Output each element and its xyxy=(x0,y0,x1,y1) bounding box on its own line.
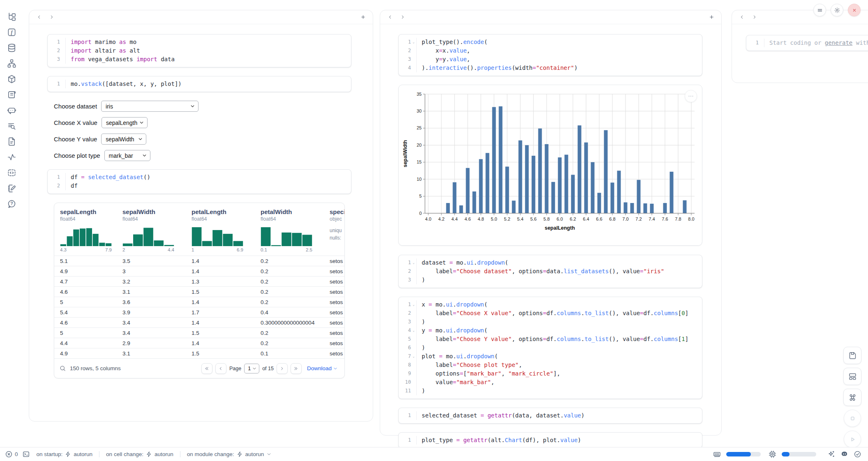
sidebar-item-datasource[interactable] xyxy=(7,43,17,53)
table-cell: 3.4 xyxy=(122,320,192,326)
generate-link[interactable]: generate xyxy=(825,39,852,46)
add-cell-button[interactable] xyxy=(706,12,716,22)
dropdown-label: Choose X value xyxy=(54,119,97,126)
bar-chart[interactable]: 4.04.24.44.64.85.05.25.45.65.86.06.26.46… xyxy=(401,90,702,236)
run-all-button[interactable] xyxy=(844,431,861,448)
table-cell: setos xyxy=(330,309,344,316)
bolt-icon xyxy=(237,451,243,457)
code-line: import marimo as mo xyxy=(65,38,346,46)
line-number: 1 xyxy=(48,173,60,182)
page-select[interactable]: 1 xyxy=(244,364,259,373)
line-number: 1 xyxy=(399,258,411,267)
dropdown-choose-x-value[interactable]: sepalLength xyxy=(102,117,148,128)
column-next-button[interactable] xyxy=(397,12,407,22)
prev-page-button[interactable] xyxy=(215,363,226,374)
last-page-button[interactable] xyxy=(291,363,302,374)
sidebar-item-dependency-graph[interactable] xyxy=(7,58,17,69)
svg-text:35: 35 xyxy=(417,92,422,97)
code-cell-df[interactable]: 1df = selected_dataset()2df xyxy=(47,169,351,194)
sparkles-icon xyxy=(827,450,835,458)
add-cell-button[interactable] xyxy=(358,12,368,22)
line-number: 2 xyxy=(48,46,60,55)
sidebar-item-snippets[interactable] xyxy=(7,168,17,178)
column-histogram xyxy=(192,226,261,246)
sidebar-item-search-list[interactable] xyxy=(7,121,17,131)
chevron-down-icon xyxy=(266,452,272,457)
table-cell: setos xyxy=(330,330,344,336)
code-cell-vstack[interactable]: 1mo.vstack([dataset, x, y, plot]) xyxy=(47,76,351,92)
sparkles-icon[interactable] xyxy=(827,450,835,458)
dropdown-label: Choose Y value xyxy=(54,136,97,143)
error-count-badge[interactable]: 0 xyxy=(5,450,18,458)
code-line: import altair as alt xyxy=(65,46,346,55)
menu-button[interactable] xyxy=(813,4,826,16)
table-row: 5.43.91.70.4setos xyxy=(54,307,344,317)
cell-placeholder: Start coding or generate with xyxy=(764,39,868,47)
runtime-config-on-module-change[interactable]: on module change:autorun xyxy=(180,451,279,457)
code-cell-xy-plot-dropdowns[interactable]: 1⌄x = mo.ui.dropdown(2 label="Choose X v… xyxy=(398,297,702,399)
runtime-config-on-cell-change[interactable]: on cell change:autorun xyxy=(99,451,180,457)
sidebar-item-file-tree[interactable] xyxy=(7,12,17,22)
next-page-button[interactable] xyxy=(277,363,288,374)
sidebar-item-ai-chat[interactable] xyxy=(7,105,17,115)
table-cell: setos xyxy=(330,350,344,357)
code-cell-dataset-dropdown[interactable]: 1⌄dataset = mo.ui.dropdown(2 label="Choo… xyxy=(398,255,702,288)
column-next-button[interactable] xyxy=(749,12,759,22)
svg-text:f: f xyxy=(11,30,13,35)
column-prev-button[interactable] xyxy=(737,12,747,22)
table-cell: 5.1 xyxy=(60,258,122,264)
runtime-config-on-startup[interactable]: on startup:autorun xyxy=(30,451,99,457)
collapse-icon[interactable]: ⌄ xyxy=(411,258,416,267)
table-cell: 0.2 xyxy=(261,268,330,274)
first-page-button[interactable] xyxy=(201,363,212,374)
download-button[interactable]: Download xyxy=(307,365,338,371)
collapse-icon[interactable]: ⌄ xyxy=(411,326,416,335)
copilot-icon[interactable] xyxy=(840,450,848,458)
line-number: 1 xyxy=(399,411,411,420)
dropdown-choose-plot-type[interactable]: mark_bar xyxy=(104,150,150,161)
line-number: 1 xyxy=(399,300,411,309)
dropdown-choose-dataset[interactable]: iris xyxy=(101,101,199,112)
code-cell-plot-type[interactable]: 1plot_type = getattr(alt.Chart(df), plot… xyxy=(398,432,702,448)
run-icon xyxy=(848,435,857,444)
code-line: plot_type = getattr(alt.Chart(df), plot.… xyxy=(416,436,697,445)
terminal-button[interactable] xyxy=(22,450,30,458)
save-notebook-button[interactable] xyxy=(843,347,861,364)
code-line: x=x.value, xyxy=(416,46,697,55)
sidebar-item-logs[interactable] xyxy=(7,90,17,100)
search-icon[interactable] xyxy=(59,365,66,372)
collapse-icon[interactable]: ⌄ xyxy=(411,300,416,309)
sidebar-item-functions[interactable]: f xyxy=(7,27,17,37)
svg-text:7.8: 7.8 xyxy=(675,217,681,221)
command-palette-button[interactable] xyxy=(843,389,861,406)
settings-button[interactable] xyxy=(831,4,843,16)
chart-menu-button[interactable] xyxy=(685,90,697,102)
svg-text:10: 10 xyxy=(417,177,422,182)
line-number: 6 xyxy=(399,343,411,352)
shutdown-button[interactable] xyxy=(848,4,861,16)
stop-kernel-button[interactable] xyxy=(844,410,861,427)
column-next-button[interactable] xyxy=(46,12,56,22)
sidebar-item-scratchpad[interactable] xyxy=(7,183,17,194)
code-cell-selected-dataset[interactable]: 1selected_dataset = getattr(data, datase… xyxy=(398,408,702,424)
ram-icon xyxy=(713,450,721,458)
column-prev-button[interactable] xyxy=(385,12,395,22)
code-cell-plot-encode[interactable]: 1⌄plot_type().encode(2 x=x.value,3 y=y.v… xyxy=(398,34,702,76)
sidebar-item-documentation[interactable] xyxy=(7,136,17,147)
column-prev-button[interactable] xyxy=(34,12,44,22)
sidebar-item-packages[interactable] xyxy=(7,74,17,84)
line-number: 9 xyxy=(399,369,411,378)
dataframe-table: sepalLengthfloat644.37.9sepalWidthfloat6… xyxy=(54,203,345,378)
altair-chart-output[interactable]: 4.04.24.44.64.85.05.25.45.65.86.06.26.46… xyxy=(398,85,702,246)
layout-toggle-button[interactable] xyxy=(843,368,861,385)
connection-status-icon[interactable] xyxy=(854,450,861,458)
code-line: df = selected_dataset() xyxy=(65,173,346,182)
sidebar-item-help[interactable]: ? xyxy=(7,199,17,209)
notebook-column-1: 1import marimo as mo2import altair as al… xyxy=(29,10,373,422)
sidebar-item-tracing[interactable] xyxy=(7,152,17,162)
collapse-icon[interactable]: ⌄ xyxy=(411,38,416,46)
dropdown-choose-y-value[interactable]: sepalWidth xyxy=(101,134,146,145)
collapse-icon[interactable]: ⌄ xyxy=(411,352,416,361)
empty-code-cell[interactable]: 1 Start coding or generate with xyxy=(746,35,868,51)
code-cell-imports[interactable]: 1import marimo as mo2import altair as al… xyxy=(47,34,351,67)
